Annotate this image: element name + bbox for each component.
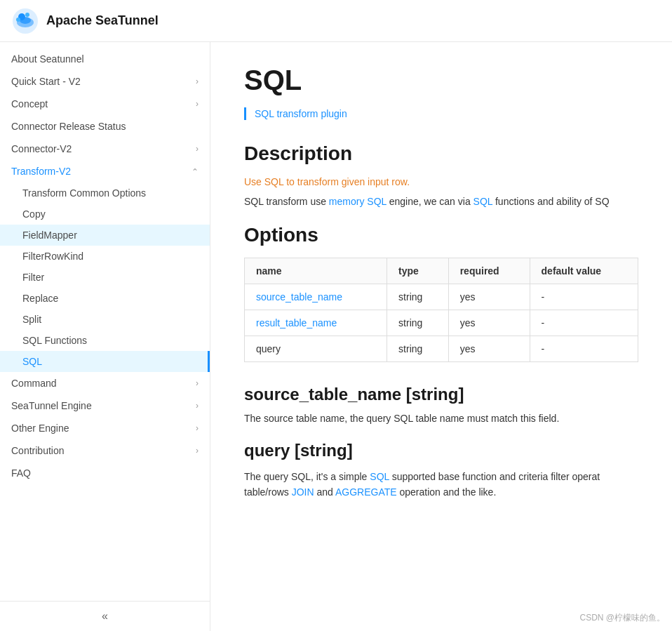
chevron-right-icon: › xyxy=(196,378,199,388)
page-title: SQL xyxy=(244,65,638,96)
table-row: source_table_name string yes - xyxy=(245,284,638,310)
sidebar-item-seatunnel-engine[interactable]: SeaTunnel Engine › xyxy=(0,394,210,417)
desc-sql-1: SQL transform use xyxy=(244,196,329,207)
highlight-sql: SQL xyxy=(370,471,389,482)
col-header-default: default value xyxy=(530,258,638,284)
options-heading: Options xyxy=(244,224,638,246)
table-row: result_table_name string yes - xyxy=(245,310,638,336)
sidebar-item-faq[interactable]: FAQ xyxy=(0,462,210,484)
cell-result-table-type: string xyxy=(387,310,449,336)
table-row: query string yes - xyxy=(245,336,638,362)
cell-source-table-required: yes xyxy=(448,284,530,310)
cell-query-type: string xyxy=(387,336,449,362)
svg-point-5 xyxy=(16,18,20,22)
sidebar-item-transform-common-options[interactable]: Transform Common Options xyxy=(0,182,210,204)
cell-result-table-name[interactable]: result_table_name xyxy=(245,310,387,336)
header: Apache SeaTunnel xyxy=(0,0,672,42)
cell-query-name: query xyxy=(245,336,387,362)
sidebar-item-about[interactable]: About Seatunnel xyxy=(0,48,210,70)
desc-highlight-2: SQL xyxy=(473,196,493,207)
sidebar-item-fieldmapper[interactable]: FieldMapper xyxy=(0,225,210,246)
chevron-down-icon: ⌄ xyxy=(191,166,199,176)
cell-result-table-default: - xyxy=(530,310,638,336)
sidebar-item-split[interactable]: Split xyxy=(0,309,210,330)
description-orange-text: Use SQL to transform given input row. xyxy=(244,176,638,187)
chevron-right-icon: › xyxy=(196,99,199,109)
chevron-right-icon: › xyxy=(196,423,199,433)
sidebar-item-replace[interactable]: Replace xyxy=(0,288,210,309)
sidebar-item-contribution[interactable]: Contribution › xyxy=(0,439,210,462)
source-table-section: source_table_name [string] The source ta… xyxy=(244,385,638,424)
subtitle-text: SQL transform plugin xyxy=(255,108,347,119)
sidebar: About Seatunnel Quick Start - V2 › Conce… xyxy=(0,42,210,631)
sidebar-item-filter[interactable]: Filter xyxy=(0,267,210,288)
app-title: Apache SeaTunnel xyxy=(46,13,159,28)
cell-source-table-type: string xyxy=(387,284,449,310)
desc-sql-2: engine, we can via xyxy=(387,196,473,207)
sidebar-collapse-button[interactable]: « xyxy=(0,601,210,631)
cell-query-default: - xyxy=(530,336,638,362)
cell-source-table-default: - xyxy=(530,284,638,310)
main-content: SQL SQL transform plugin Description Use… xyxy=(210,42,672,631)
col-header-name: name xyxy=(245,258,387,284)
cell-source-table-name[interactable]: source_table_name xyxy=(245,284,387,310)
sidebar-item-sql[interactable]: SQL xyxy=(0,351,210,372)
chevron-right-icon: › xyxy=(196,401,199,411)
chevron-right-icon: › xyxy=(196,446,199,456)
options-table: name type required default value source_… xyxy=(244,258,638,362)
sidebar-nav: About Seatunnel Quick Start - V2 › Conce… xyxy=(0,42,210,601)
sidebar-item-concept[interactable]: Concept › xyxy=(0,93,210,115)
logo-icon xyxy=(11,7,39,35)
desc-sql-3: functions and ability of SQ xyxy=(492,196,610,207)
highlight-join: JOIN xyxy=(292,486,314,498)
query-desc: The query SQL, it's a simple SQL support… xyxy=(244,469,638,500)
chevron-right-icon: › xyxy=(196,77,199,86)
col-header-type: type xyxy=(387,258,449,284)
col-header-required: required xyxy=(448,258,530,284)
sidebar-item-command[interactable]: Command › xyxy=(0,372,210,394)
subtitle-bar: SQL transform plugin xyxy=(244,107,638,120)
cell-query-required: yes xyxy=(448,336,530,362)
source-table-desc: The source table name, the query SQL tab… xyxy=(244,413,638,424)
desc-highlight-1: memory SQL xyxy=(329,196,387,207)
source-table-heading: source_table_name [string] xyxy=(244,385,638,404)
sidebar-item-connector-release[interactable]: Connector Release Status xyxy=(0,115,210,138)
svg-point-4 xyxy=(25,13,29,17)
main-layout: About Seatunnel Quick Start - V2 › Conce… xyxy=(0,42,672,631)
query-heading: query [string] xyxy=(244,441,638,460)
sidebar-item-sql-functions[interactable]: SQL Functions xyxy=(0,330,210,351)
description-body-text: SQL transform use memory SQL engine, we … xyxy=(244,196,638,207)
cell-result-table-required: yes xyxy=(448,310,530,336)
sidebar-item-copy[interactable]: Copy xyxy=(0,204,210,225)
chevron-right-icon: › xyxy=(196,144,199,154)
sidebar-item-filterrowkind[interactable]: FilterRowKind xyxy=(0,246,210,267)
highlight-aggregate: AGGREGATE xyxy=(335,486,397,498)
sidebar-item-quickstart[interactable]: Quick Start - V2 › xyxy=(0,70,210,93)
sidebar-item-other-engine[interactable]: Other Engine › xyxy=(0,417,210,439)
query-section: query [string] The query SQL, it's a sim… xyxy=(244,441,638,500)
description-heading: Description xyxy=(244,142,638,165)
sidebar-item-connector-v2[interactable]: Connector-V2 › xyxy=(0,138,210,160)
sidebar-item-transform-v2[interactable]: Transform-V2 ⌄ xyxy=(0,160,210,182)
